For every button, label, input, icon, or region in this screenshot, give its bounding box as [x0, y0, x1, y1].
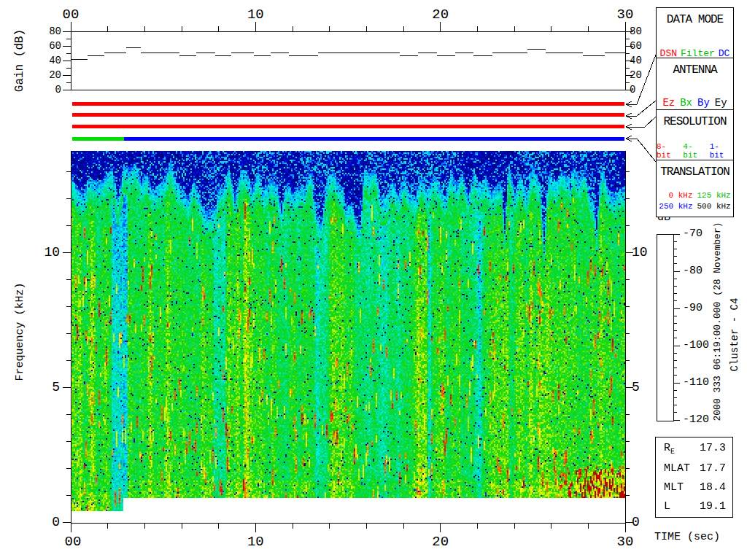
- option-0-khz: 0 kHz: [659, 191, 692, 200]
- data-mode-bar: [72, 102, 624, 106]
- translation-box-title: TRANSLATION: [660, 166, 729, 179]
- option-ez: Ez: [662, 97, 675, 109]
- status-bar-segment: [72, 125, 624, 128]
- option-500-khz: 500 kHz: [697, 202, 731, 211]
- axis-line: [645, 117, 656, 127]
- status-bar-segment: [124, 137, 624, 141]
- axis-line: [626, 116, 632, 119]
- data-mode-box-title: DATA MODE: [667, 13, 723, 26]
- option-bx: Bx: [680, 97, 692, 109]
- resolution-options: 8-bit4-bit1-bit: [657, 142, 733, 160]
- table-row-label: L: [664, 500, 670, 513]
- orbit-parameter-table: RE17.3MLAT17.7MLT18.4L19.1: [655, 437, 733, 518]
- antenna-box: ANTENNA EzBxByEy: [656, 58, 734, 115]
- antenna-options: EzBxByEy: [662, 97, 727, 109]
- axis-line: [626, 104, 632, 107]
- option-1-bit: 1-bit: [710, 142, 733, 160]
- option-by: By: [697, 97, 710, 109]
- table-row-value: 17.3: [700, 442, 726, 456]
- table-row: RE17.3: [656, 442, 732, 456]
- axis-line: [626, 113, 632, 116]
- option-ey: Ey: [715, 97, 727, 109]
- table-row: MLT18.4: [656, 481, 732, 494]
- table-row-label: MLT: [664, 481, 684, 494]
- axis-line: [637, 55, 656, 104]
- resolution-box-title: RESOLUTION: [663, 115, 726, 128]
- axis-line: [626, 101, 632, 104]
- axis-line: [637, 101, 656, 116]
- axis-line: [637, 139, 656, 162]
- antenna-bar: [72, 113, 624, 117]
- status-bar-segment: [72, 102, 624, 106]
- axis-line: [626, 139, 632, 141]
- table-row-value: 18.4: [700, 481, 726, 494]
- resolution-bar: [72, 125, 624, 128]
- translation-bar: [72, 137, 624, 141]
- option-125-khz: 125 kHz: [697, 191, 731, 200]
- resolution-box: RESOLUTION 8-bit4-bit1-bit: [656, 109, 734, 166]
- status-bar-segment: [72, 113, 624, 117]
- axis-line: [626, 136, 632, 139]
- colorbar-gradient: [657, 234, 674, 421]
- option-8-bit: 8-bit: [657, 142, 680, 160]
- axis-line: [626, 127, 632, 130]
- table-row-value: 17.7: [700, 462, 726, 475]
- table-row-label: MLAT: [664, 462, 690, 475]
- status-bar-segment: [72, 137, 124, 141]
- translation-options: 0 kHz125 kHz250 kHz500 kHz: [659, 191, 730, 211]
- table-row-label: RE: [664, 442, 675, 456]
- axis-line: [626, 124, 632, 127]
- wbd-plot-page: Gain (dB) Frequency (kHz) 2000 333 06:19…: [0, 0, 747, 560]
- table-row-value: 19.1: [700, 500, 726, 513]
- option-4-bit: 4-bit: [683, 142, 706, 160]
- axes-overlay: [0, 0, 747, 560]
- table-row: MLAT17.7: [656, 462, 732, 475]
- data-mode-box: DATA MODE DSNFilterDC: [656, 7, 734, 66]
- antenna-box-title: ANTENNA: [673, 63, 716, 77]
- option-250-khz: 250 kHz: [659, 202, 692, 211]
- translation-box: TRANSLATION 0 kHz125 kHz250 kHz500 kHz: [656, 160, 734, 217]
- table-row: L19.1: [656, 500, 732, 513]
